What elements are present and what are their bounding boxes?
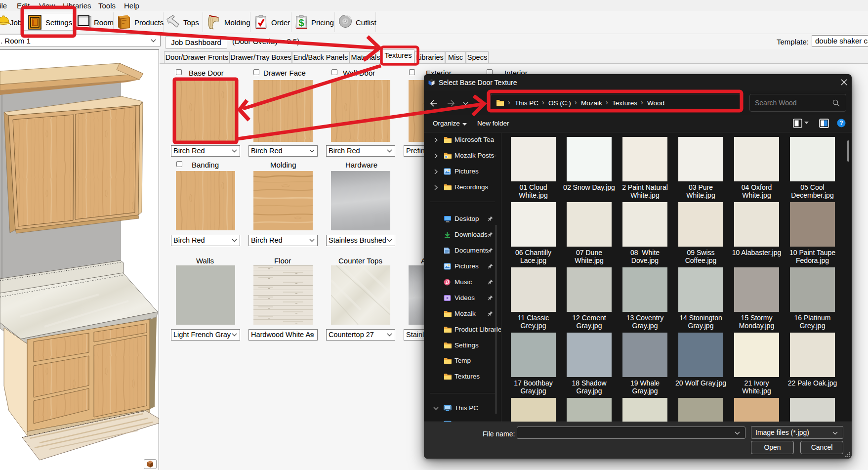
svg-text:$: $ (298, 17, 304, 28)
